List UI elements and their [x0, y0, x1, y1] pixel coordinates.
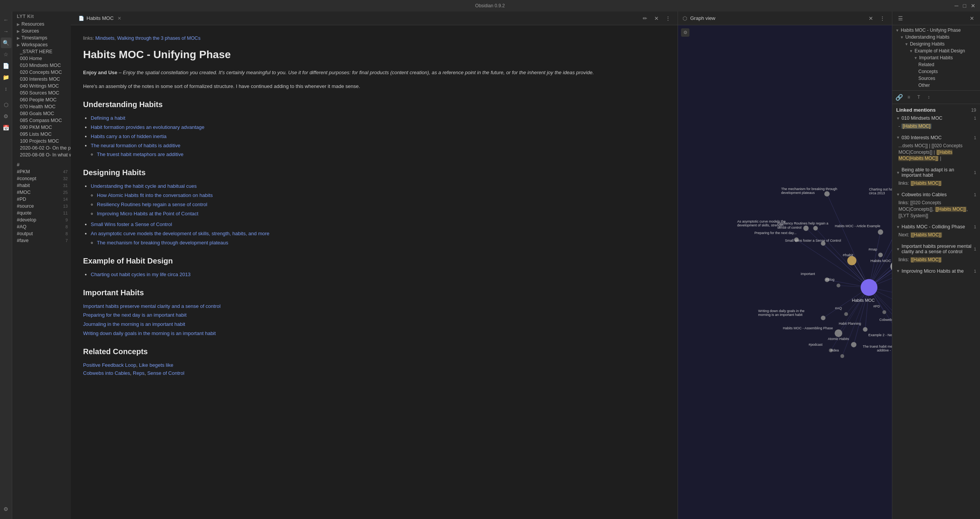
- outline-item-sources[interactable]: Sources: [892, 75, 980, 82]
- outline-item-important[interactable]: ▼ Important Habits: [892, 54, 980, 61]
- tag-aq[interactable]: #AQ 8: [12, 223, 71, 230]
- link-mechanism[interactable]: The mechanism for breaking through devel…: [97, 240, 228, 246]
- outline-item-designing[interactable]: ▼ Designing Habits: [892, 41, 980, 47]
- backlinks-heading-btn[interactable]: T: [915, 93, 923, 101]
- sidebar-item-095[interactable]: 095 Lists MOC: [12, 131, 71, 138]
- bl-group-header[interactable]: ▼ Being able to adapt is an important ha…: [892, 166, 980, 179]
- graph-canvas[interactable]: ⚙: [678, 25, 892, 519]
- bl-group-header[interactable]: ▼ 030 Interests MOC 1: [892, 134, 980, 142]
- backlinks-sort-btn[interactable]: ≡: [905, 93, 913, 101]
- link-atomic[interactable]: How Atomic Habits fit into the conversat…: [97, 192, 213, 198]
- toolbar-back[interactable]: ←: [1, 15, 11, 25]
- link-sense[interactable]: Sense of Control: [147, 370, 185, 376]
- outline-item-other[interactable]: Other: [892, 82, 980, 89]
- link-mindsets[interactable]: Mindsets: [95, 36, 114, 41]
- link-neural[interactable]: The neural formation of habits is additi…: [91, 143, 180, 148]
- sidebar-item-050[interactable]: 050 Sources MOC: [12, 89, 71, 96]
- sidebar-item-070[interactable]: 070 Health MOC: [12, 103, 71, 110]
- bl-group-header[interactable]: ▼ Cobwebs into Cables 1: [892, 191, 980, 198]
- sidebar-item-010[interactable]: 010 Mindsets MOC: [12, 62, 71, 69]
- sidebar-item-020[interactable]: 020 Concepts MOC: [12, 69, 71, 76]
- graph-icon[interactable]: ⬡: [1, 99, 11, 110]
- maximize-btn[interactable]: □: [963, 3, 966, 9]
- link-important4[interactable]: Writing down daily goals in the morning …: [83, 330, 665, 338]
- sidebar-item-timestamps[interactable]: ▶ Timestamps: [12, 34, 71, 41]
- search-icon[interactable]: 🔍: [1, 37, 11, 48]
- link-pfloop[interactable]: Positive Feedback Loop: [83, 362, 136, 368]
- tag-output[interactable]: #output 8: [12, 230, 71, 237]
- outline-item-related[interactable]: Related: [892, 61, 980, 68]
- new-note-icon[interactable]: 📄: [1, 60, 11, 71]
- sidebar-item-resources[interactable]: ▶ Resources: [12, 21, 71, 28]
- link-important3[interactable]: Journaling in the morning is an importan…: [83, 321, 665, 329]
- tag-concept[interactable]: #concept 32: [12, 175, 71, 182]
- outline-item-root[interactable]: ▼ Habits MOC - Unifying Phase: [892, 27, 980, 34]
- graph-close-btn[interactable]: ✕: [866, 13, 876, 23]
- sidebar-item-060[interactable]: 060 People MOC: [12, 96, 71, 103]
- link-truest[interactable]: The truest habit metaphors are additive: [97, 151, 183, 157]
- more-options-btn[interactable]: ⋮: [663, 13, 673, 23]
- link-reps[interactable]: Reps: [133, 370, 144, 376]
- tag-source[interactable]: #source 13: [12, 203, 71, 210]
- link-charting[interactable]: Charting out habit cycles in my life cir…: [91, 272, 191, 277]
- link-defining[interactable]: Defining a habit: [91, 115, 125, 121]
- sidebar-item-090[interactable]: 090 PKM MOC: [12, 124, 71, 131]
- outline-item-example[interactable]: ▼ Example of Habit Design: [892, 47, 980, 54]
- close-btn[interactable]: ✕: [971, 3, 975, 9]
- sidebar-item-2020-08[interactable]: 2020-08-08 O- In what way: [12, 151, 71, 158]
- sidebar-item-workspaces[interactable]: ▶ Workspaces: [12, 41, 71, 48]
- toolbar-forward[interactable]: →: [1, 26, 11, 37]
- sidebar-item-100[interactable]: 100 Projects MOC: [12, 138, 71, 145]
- plugin-icon[interactable]: ⚙: [1, 111, 11, 122]
- tag-habit[interactable]: #habit 31: [12, 182, 71, 189]
- tag-develop[interactable]: #develop 9: [12, 216, 71, 223]
- tab-close-btn[interactable]: ✕: [118, 16, 121, 21]
- tab-close-btn2[interactable]: ✕: [652, 13, 662, 23]
- link-like-begets[interactable]: Like begets like: [139, 362, 173, 368]
- tag-pd[interactable]: #PD 14: [12, 196, 71, 203]
- sidebar-item-040[interactable]: 040 Writings MOC: [12, 83, 71, 89]
- outline-item-understanding[interactable]: ▼ Understanding Habits: [892, 34, 980, 41]
- sidebar-item-start[interactable]: _START HERE: [12, 48, 71, 55]
- panel-more-btn[interactable]: ☰: [895, 13, 905, 23]
- panel-close-btn[interactable]: ✕: [967, 13, 977, 23]
- tag-pkm[interactable]: #PKM 47: [12, 168, 71, 175]
- calendar-icon[interactable]: 📅: [1, 122, 11, 133]
- bl-group-header[interactable]: ▼ Important habits preserve mental clari…: [892, 242, 980, 255]
- sidebar-item-080[interactable]: 080 Goals MOC: [12, 110, 71, 117]
- link-small-wins[interactable]: Small Wins foster a Sense of Control: [91, 221, 172, 227]
- graph-settings-btn[interactable]: ⚙: [681, 28, 689, 37]
- link-resiliency[interactable]: Resiliency Routines help regain a sense …: [97, 202, 207, 207]
- tag-hash[interactable]: #: [12, 161, 71, 168]
- sidebar-item-2020-06[interactable]: 2020-06-02 O- On the pro...: [12, 145, 71, 151]
- star-icon[interactable]: ☆: [1, 49, 11, 60]
- backlinks-toggle-btn[interactable]: ↕: [924, 93, 933, 101]
- sidebar-item-085[interactable]: 085 Compass MOC: [12, 117, 71, 124]
- outline-item-concepts[interactable]: Concepts: [892, 68, 980, 75]
- link-cycle[interactable]: Understanding the habit cycle and habitu…: [91, 183, 197, 189]
- sidebar-item-000[interactable]: 000 Home: [12, 55, 71, 62]
- settings-icon[interactable]: ⚙: [1, 504, 11, 514]
- link-habit-formation[interactable]: Habit formation provides an evolutionary…: [91, 124, 204, 130]
- minimize-btn[interactable]: ─: [955, 3, 959, 9]
- tag-fave[interactable]: #fave 7: [12, 237, 71, 244]
- tag-moc[interactable]: #MOC 25: [12, 189, 71, 196]
- link-asymptotic[interactable]: An asymptotic curve models the developme…: [91, 231, 270, 236]
- editor-tab-habits[interactable]: 📄 Habits MOC ✕: [75, 14, 124, 23]
- graph-more-btn[interactable]: ⋮: [877, 13, 887, 23]
- sidebar-item-030[interactable]: 030 Interests MOC: [12, 76, 71, 83]
- edit-btn[interactable]: ✏: [640, 13, 650, 23]
- link-walking[interactable]: Walking through the 3 phases of MOCs: [117, 36, 201, 41]
- link-cobwebs[interactable]: Cobwebs into Cables: [83, 370, 130, 376]
- bl-group-header[interactable]: ▼ Habits MOC - Colliding Phase 1: [892, 223, 980, 231]
- link-hidden-inertia[interactable]: Habits carry a ton of hidden inertia: [91, 133, 167, 139]
- link-important2[interactable]: Preparing for the next day is an importa…: [83, 311, 665, 319]
- new-folder-icon[interactable]: 📁: [1, 72, 11, 83]
- link-important1[interactable]: Important habits preserve mental clarity…: [83, 303, 665, 311]
- sidebar-item-sources-top[interactable]: ▶ Sources: [12, 28, 71, 34]
- link-micro[interactable]: Improving Micro Habits at the Point of C…: [97, 211, 198, 216]
- sort-icon[interactable]: ↕: [1, 83, 11, 94]
- tag-quote[interactable]: #quote 11: [12, 210, 71, 216]
- bl-group-header[interactable]: ▼ 010 Mindsets MOC 1: [892, 114, 980, 122]
- highlight-link[interactable]: [Habits MOC]: [901, 124, 932, 129]
